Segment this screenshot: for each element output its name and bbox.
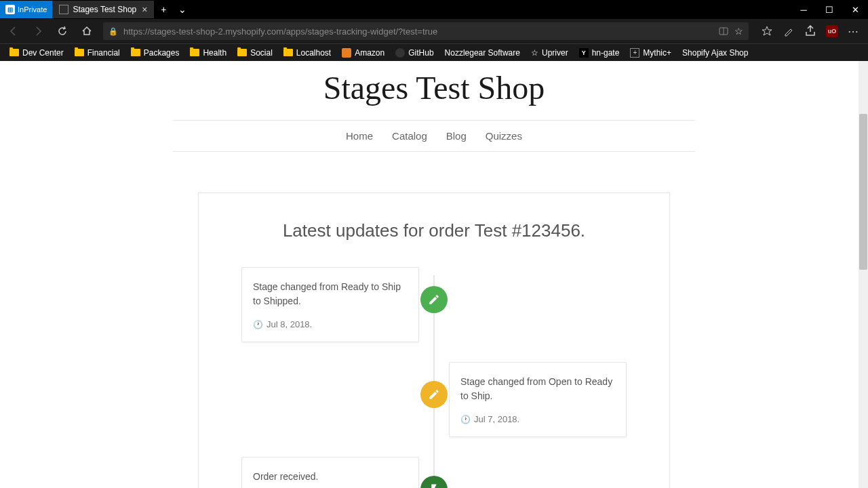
bookmark-item[interactable]: Financial	[71, 47, 124, 59]
tracking-title: Latest updates for order Test #123456.	[199, 220, 669, 241]
bookmark-item[interactable]: GitHub	[391, 47, 437, 59]
share-icon[interactable]	[804, 25, 816, 37]
bookmark-label: GitHub	[408, 48, 433, 58]
timeline-dot-icon	[420, 381, 448, 408]
bookmark-label: Shopify Ajax Shop	[682, 48, 748, 58]
bookmark-item[interactable]: +Mythic+	[626, 47, 675, 59]
timeline-box: Order received.	[241, 457, 419, 488]
more-icon[interactable]: ⋯	[848, 25, 859, 38]
bookmarks-bar: Dev CenterFinancialPackagesHealthSocialL…	[0, 43, 868, 61]
bookmark-item[interactable]: Yhn-gate	[575, 47, 624, 59]
bookmark-item[interactable]: Localhost	[279, 47, 335, 59]
browser-tab[interactable]: Stages Test Shop ×	[52, 1, 154, 18]
scrollbar-track[interactable]	[859, 61, 868, 488]
clock-icon: 🕐	[253, 320, 263, 329]
bookmark-item[interactable]: Health	[186, 47, 231, 59]
address-bar[interactable]: 🔒 https://stages-test-shop-2.myshopify.c…	[103, 22, 749, 40]
inprivate-badge: ⊞ InPrivate	[0, 1, 52, 18]
favorites-icon[interactable]	[761, 25, 773, 37]
bookmark-item[interactable]: Amazon	[338, 47, 389, 59]
forward-button[interactable]	[30, 23, 46, 39]
ublock-icon[interactable]: uO	[826, 25, 838, 37]
timeline-desc: Order received.	[253, 470, 408, 484]
bookmark-item[interactable]: Shopify Ajax Shop	[678, 47, 752, 59]
url-text: https://stages-test-shop-2.myshopify.com…	[123, 26, 713, 37]
timeline: Stage changed from Ready to Ship to Ship…	[199, 275, 669, 488]
bookmark-label: Amazon	[355, 48, 384, 58]
nav-link[interactable]: Home	[346, 130, 373, 142]
close-tab-icon[interactable]: ×	[142, 4, 147, 15]
reading-view-icon[interactable]	[718, 26, 729, 37]
bookmark-label: Packages	[144, 48, 180, 58]
favorite-star-icon[interactable]: ☆	[734, 26, 743, 37]
tab-dropdown-icon[interactable]: ⌄	[173, 0, 192, 19]
plus-icon: +	[630, 48, 639, 58]
bookmark-item[interactable]: Dev Center	[5, 47, 68, 59]
timeline-box: Stage changed from Ready to Ship to Ship…	[241, 267, 419, 342]
nav-link[interactable]: Blog	[446, 130, 467, 142]
timeline-item: Order received.	[199, 476, 669, 488]
timeline-dot-icon	[420, 476, 448, 488]
bookmark-item[interactable]: Social	[233, 47, 277, 59]
bookmark-label: Upriver	[542, 48, 568, 58]
hn-icon: Y	[579, 48, 589, 58]
bookmark-label: Health	[203, 48, 226, 58]
timeline-dot-icon	[420, 286, 448, 313]
inprivate-icon: ⊞	[5, 5, 15, 14]
lock-icon: 🔒	[108, 27, 118, 36]
nav-link[interactable]: Catalog	[392, 130, 427, 142]
back-button[interactable]	[5, 23, 22, 39]
bookmark-label: Financial	[87, 48, 120, 58]
tab-bar: ⊞ InPrivate Stages Test Shop × + ⌄ ─ ☐ ✕	[0, 0, 868, 19]
star-icon: ☆	[531, 48, 538, 58]
bookmark-item[interactable]: Packages	[127, 47, 184, 59]
timeline-date: 🕐Jul 8, 2018.	[253, 319, 408, 329]
folder-icon	[190, 49, 199, 56]
timeline-desc: Stage changed from Open to Ready to Ship…	[460, 375, 615, 403]
bookmark-label: hn-gate	[592, 48, 620, 58]
bookmark-label: Localhost	[296, 48, 331, 58]
folder-icon	[237, 49, 247, 56]
bookmark-label: Nozzlegear Software	[445, 48, 520, 58]
folder-icon	[75, 49, 84, 56]
bookmark-item[interactable]: ☆Upriver	[527, 47, 572, 59]
timeline-date: 🕐Jul 7, 2018.	[460, 414, 615, 424]
clock-icon: 🕐	[460, 415, 471, 424]
shop-title: Stages Test Shop	[0, 61, 868, 120]
shop-nav: HomeCatalogBlogQuizzes	[173, 120, 695, 152]
bookmark-item[interactable]: Nozzlegear Software	[441, 47, 524, 59]
home-button[interactable]	[79, 23, 95, 39]
close-window-button[interactable]: ✕	[842, 0, 868, 19]
bookmark-label: Dev Center	[22, 48, 64, 58]
folder-icon	[131, 49, 140, 56]
page-content: Stages Test Shop HomeCatalogBlogQuizzes …	[0, 61, 868, 488]
notes-icon[interactable]	[783, 25, 795, 37]
folder-icon	[283, 49, 293, 56]
minimize-button[interactable]: ─	[791, 0, 816, 19]
tab-title: Stages Test Shop	[73, 5, 136, 14]
folder-icon	[9, 49, 19, 56]
timeline-box: Stage changed from Open to Ready to Ship…	[449, 362, 627, 437]
tracking-card: Latest updates for order Test #123456. S…	[198, 192, 670, 488]
github-icon	[395, 48, 405, 58]
maximize-button[interactable]: ☐	[816, 0, 842, 19]
site-icon	[342, 48, 351, 58]
scrollbar-thumb[interactable]	[859, 114, 867, 270]
inprivate-label: InPrivate	[18, 5, 47, 14]
timeline-desc: Stage changed from Ready to Ship to Ship…	[253, 280, 408, 308]
nav-link[interactable]: Quizzes	[486, 130, 522, 142]
refresh-button[interactable]	[54, 23, 71, 39]
tab-favicon	[59, 5, 68, 14]
bookmark-label: Mythic+	[643, 48, 671, 58]
bookmark-label: Social	[250, 48, 273, 58]
nav-bar: 🔒 https://stages-test-shop-2.myshopify.c…	[0, 19, 868, 43]
new-tab-button[interactable]: +	[154, 0, 173, 19]
